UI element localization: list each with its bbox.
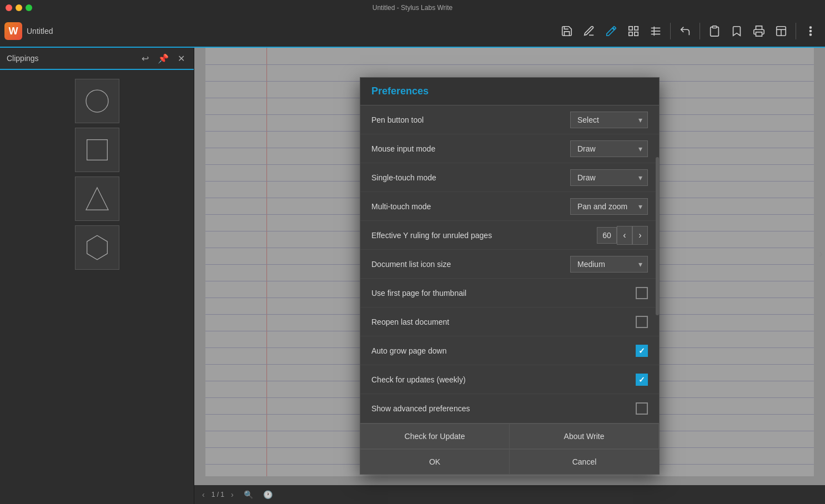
dialog-body: Pen button tool Select Draw Erase <box>360 105 659 423</box>
icon-size-select-wrapper: Small Medium Large <box>570 256 648 273</box>
check-update-button[interactable]: Check for Update <box>360 424 510 448</box>
mouse-input-select[interactable]: Draw Select Pan <box>570 140 648 157</box>
maximize-button[interactable] <box>26 4 32 11</box>
icon-size-select[interactable]: Small Medium Large <box>570 256 648 273</box>
sidebar-undo-button[interactable]: ↩ <box>139 52 151 65</box>
pen-button[interactable] <box>579 21 599 41</box>
pref-label-y-ruling: Effective Y ruling for unruled pages <box>371 231 597 240</box>
pref-row-pen-button-tool: Pen button tool Select Draw Erase <box>360 105 659 134</box>
sidebar-close-button[interactable]: ✕ <box>175 52 187 65</box>
pref-row-auto-grow: Auto grow page down <box>360 336 659 365</box>
pref-row-advanced: Show advanced preferences <box>360 394 659 423</box>
svg-rect-8 <box>712 26 716 28</box>
pref-label-reopen: Reopen last document <box>371 317 636 326</box>
multi-touch-select[interactable]: Pan and zoom Draw Select <box>570 198 648 215</box>
dialog-scrollbar[interactable] <box>656 157 659 316</box>
pref-label-auto-grow: Auto grow page down <box>371 346 636 355</box>
pref-row-check-updates: Check for updates (weekly) <box>360 365 659 394</box>
pref-label-advanced: Show advanced preferences <box>371 404 636 413</box>
page-info: 1 / 1 <box>212 491 224 498</box>
pen-button-select-wrapper: Select Draw Erase <box>570 112 648 128</box>
square-shape[interactable] <box>75 128 119 172</box>
prev-page-button[interactable]: ‹ <box>199 489 208 500</box>
pref-control-auto-grow <box>636 345 648 357</box>
y-ruling-increase-button[interactable]: › <box>632 226 648 245</box>
pref-label-single-touch: Single-touch mode <box>371 173 570 182</box>
check-updates-checkbox[interactable] <box>636 374 648 386</box>
pref-row-reopen: Reopen last document <box>360 308 659 336</box>
svg-marker-19 <box>87 235 107 259</box>
traffic-lights <box>0 4 32 11</box>
svg-point-13 <box>810 27 812 28</box>
circle-shape[interactable] <box>75 79 119 123</box>
next-page-button[interactable]: › <box>228 489 237 500</box>
pref-control-icon-size: Small Medium Large <box>570 256 648 273</box>
sidebar-title: Clippings <box>7 54 139 63</box>
right-edge-arrow-top[interactable]: › <box>819 246 823 259</box>
pen-button-select[interactable]: Select Draw Erase <box>570 112 648 128</box>
ok-button[interactable]: OK <box>360 449 510 474</box>
separator2 <box>700 23 700 39</box>
single-touch-select[interactable]: Draw Select Pan <box>570 169 648 186</box>
dialog-title: Preferences <box>371 85 429 97</box>
preferences-dialog: Preferences Pen button tool Select Draw <box>360 77 660 475</box>
save-button[interactable] <box>557 21 577 41</box>
pen2-button[interactable] <box>601 21 621 41</box>
dialog-header: Preferences <box>360 78 659 105</box>
layout-button[interactable] <box>771 21 791 41</box>
pref-control-pen-button: Select Draw Erase <box>570 112 648 128</box>
app-title: Untitled <box>27 27 53 36</box>
sidebar: Clippings ↩ 📌 ✕ <box>0 48 194 504</box>
cancel-button[interactable]: Cancel <box>510 449 659 474</box>
undo-button[interactable] <box>675 21 695 41</box>
pref-row-y-ruling: Effective Y ruling for unruled pages 60 … <box>360 221 659 250</box>
more-button[interactable] <box>801 21 821 41</box>
pref-label-pen-button: Pen button tool <box>371 115 570 124</box>
thumbnail-checkbox[interactable] <box>636 287 648 299</box>
triangle-shape[interactable] <box>75 177 119 221</box>
pref-row-mouse-input: Mouse input mode Draw Select Pan <box>360 134 659 163</box>
hexagon-shape[interactable] <box>75 225 119 270</box>
bookmark-button[interactable] <box>727 21 747 41</box>
y-ruling-value: 60 <box>597 227 617 244</box>
pref-label-check-updates: Check for updates (weekly) <box>371 375 636 384</box>
zoom-button[interactable]: 🔍 <box>240 489 256 500</box>
pref-control-reopen <box>636 316 648 328</box>
pref-control-y-ruling: 60 ‹ › <box>597 226 648 245</box>
toolbar: W Untitled <box>0 16 825 48</box>
titlebar: Untitled - Stylus Labs Write <box>0 0 825 16</box>
multi-touch-select-wrapper: Pan and zoom Draw Select <box>570 198 648 215</box>
red-margin <box>266 48 267 476</box>
dialog-footer: Check for Update About Write OK Cancel <box>360 423 659 474</box>
app-icon: W <box>4 22 22 40</box>
separator3 <box>796 23 796 39</box>
advanced-checkbox[interactable] <box>636 402 648 415</box>
svg-point-15 <box>810 34 812 36</box>
sidebar-pin-button[interactable]: 📌 <box>155 52 171 65</box>
page-nav: ‹ 1 / 1 › 🔍 🕐 <box>194 485 825 504</box>
pref-control-thumbnail <box>636 287 648 299</box>
y-ruling-decrease-button[interactable]: ‹ <box>617 226 632 245</box>
pref-control-mouse-input: Draw Select Pan <box>570 140 648 157</box>
close-button[interactable] <box>6 4 12 11</box>
pref-control-multi-touch: Pan and zoom Draw Select <box>570 198 648 215</box>
pref-row-multi-touch: Multi-touch mode Pan and zoom Draw Selec… <box>360 192 659 221</box>
pref-label-mouse-input: Mouse input mode <box>371 144 570 153</box>
pref-control-advanced <box>636 402 648 415</box>
reopen-checkbox[interactable] <box>636 316 648 328</box>
single-touch-select-wrapper: Draw Select Pan <box>570 169 648 186</box>
sidebar-actions: ↩ 📌 ✕ <box>139 52 187 65</box>
minimize-button[interactable] <box>16 4 22 11</box>
grid-button[interactable] <box>623 21 643 41</box>
toolbar-actions <box>557 21 821 41</box>
auto-grow-checkbox[interactable] <box>636 345 648 357</box>
paste-button[interactable] <box>705 21 725 41</box>
about-write-button[interactable]: About Write <box>510 424 659 448</box>
format-button[interactable] <box>646 21 666 41</box>
print-button[interactable] <box>749 21 769 41</box>
mouse-input-select-wrapper: Draw Select Pan <box>570 140 648 157</box>
pref-row-thumbnail: Use first page for thumbnail <box>360 279 659 308</box>
pref-control-check-updates <box>636 374 648 386</box>
history-button[interactable]: 🕐 <box>260 489 276 500</box>
svg-rect-2 <box>629 32 632 36</box>
